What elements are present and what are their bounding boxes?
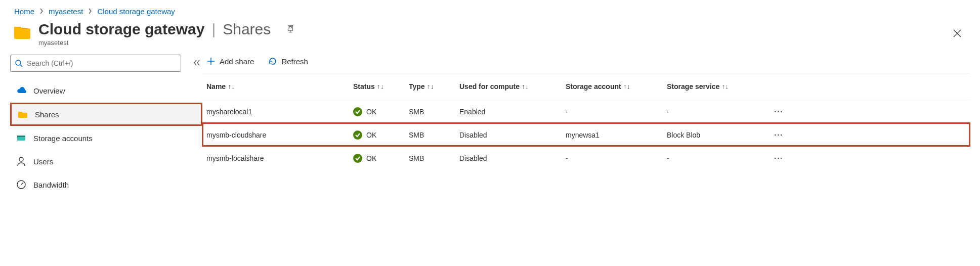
col-type[interactable]: Type↑↓ [409, 82, 459, 91]
search-icon [15, 59, 23, 67]
close-button[interactable] [950, 26, 965, 42]
cell-service: - [667, 154, 763, 162]
user-icon [16, 156, 26, 166]
page-section: Shares [223, 21, 271, 38]
pin-icon[interactable] [286, 24, 295, 35]
cell-name: mysmb-cloudshare [206, 131, 353, 139]
svg-point-8 [19, 157, 23, 161]
col-account[interactable]: Storage account↑↓ [566, 82, 667, 91]
sidebar-item-overview[interactable]: Overview [10, 79, 202, 102]
search-input[interactable] [26, 59, 177, 68]
sidebar-item-label: Storage accounts [33, 134, 93, 143]
cell-name: mysmb-localshare [206, 154, 353, 162]
cell-compute: Disabled [459, 131, 566, 139]
sidebar-item-users[interactable]: Users [10, 150, 202, 173]
sidebar-item-shares[interactable]: Shares [10, 103, 202, 126]
page-header: Cloud storage gateway | Shares myasetest [10, 21, 970, 52]
cell-service: - [667, 108, 763, 116]
breadcrumb: Home myasetest Cloud storage gateway [10, 5, 970, 21]
page-subtitle: myasetest [38, 39, 295, 47]
folder-icon [13, 24, 31, 40]
breadcrumb-gateway[interactable]: Cloud storage gateway [97, 7, 175, 16]
refresh-icon [268, 57, 277, 66]
shares-table: Name↑↓ Status↑↓ Type↑↓ Used for compute↑… [202, 73, 970, 169]
chevron-right-icon [39, 8, 44, 16]
table-row[interactable]: mysmb-cloudshareOKSMBDisabledmynewsa1Blo… [202, 123, 970, 146]
sidebar-item-label: Shares [35, 110, 59, 119]
add-share-button[interactable]: Add share [206, 57, 254, 66]
search-input-wrapper[interactable] [10, 55, 181, 72]
cell-account: - [566, 154, 667, 162]
col-service[interactable]: Storage service↑↓ [667, 82, 763, 91]
sort-icon: ↑↓ [623, 82, 630, 91]
sidebar-nav: OverviewSharesStorage accountsUsersBandw… [10, 79, 202, 196]
collapse-sidebar-button[interactable] [191, 57, 202, 70]
status-ok-icon [353, 107, 362, 116]
col-name[interactable]: Name↑↓ [206, 82, 353, 91]
cell-name: mysharelocal1 [206, 108, 353, 116]
cell-type: SMB [409, 108, 459, 116]
cell-account: - [566, 108, 667, 116]
col-status[interactable]: Status↑↓ [353, 82, 409, 91]
sort-icon: ↑↓ [427, 82, 434, 91]
sort-icon: ↑↓ [721, 82, 729, 91]
folder-icon [18, 109, 28, 119]
sort-icon: ↑↓ [228, 82, 235, 91]
sidebar-item-storage-accounts[interactable]: Storage accounts [10, 126, 202, 150]
svg-rect-7 [17, 136, 25, 137]
cloud-icon [16, 85, 26, 96]
refresh-button[interactable]: Refresh [268, 57, 308, 66]
status-ok-icon [353, 130, 362, 140]
svg-line-5 [20, 65, 22, 67]
row-more-button[interactable]: ··· [763, 131, 783, 139]
svg-rect-1 [289, 26, 292, 28]
breadcrumb-home[interactable]: Home [14, 7, 34, 16]
plus-icon [206, 57, 216, 66]
toolbar: Add share Refresh [202, 55, 970, 73]
table-row[interactable]: mysmb-localshareOKSMBDisabled--··· [202, 146, 970, 169]
cell-service: Block Blob [667, 131, 763, 139]
status-ok-icon [353, 154, 362, 163]
sort-icon: ↑↓ [377, 82, 384, 91]
page-title: Cloud storage gateway [38, 21, 204, 38]
cell-account: mynewsa1 [566, 131, 667, 139]
breadcrumb-resource[interactable]: myasetest [49, 7, 83, 16]
col-compute[interactable]: Used for compute↑↓ [459, 82, 566, 91]
cell-type: SMB [409, 131, 459, 139]
sort-icon: ↑↓ [522, 82, 529, 91]
sidebar-item-label: Users [33, 157, 53, 166]
gauge-icon [16, 180, 26, 190]
cell-status: OK [353, 107, 409, 116]
storage-icon [16, 133, 26, 143]
cell-status: OK [353, 130, 409, 140]
sidebar: OverviewSharesStorage accountsUsersBandw… [10, 52, 202, 196]
cell-status: OK [353, 154, 409, 163]
table-row[interactable]: mysharelocal1OKSMBEnabled--··· [202, 100, 970, 123]
cell-type: SMB [409, 154, 459, 162]
cell-compute: Enabled [459, 108, 566, 116]
sidebar-item-label: Bandwidth [33, 181, 69, 189]
svg-point-4 [16, 60, 21, 65]
row-more-button[interactable]: ··· [763, 108, 783, 116]
cell-compute: Disabled [459, 154, 566, 162]
table-header: Name↑↓ Status↑↓ Type↑↓ Used for compute↑… [202, 73, 970, 100]
row-more-button[interactable]: ··· [763, 154, 783, 162]
chevron-right-icon [88, 8, 92, 16]
sidebar-item-bandwidth[interactable]: Bandwidth [10, 173, 202, 196]
sidebar-item-label: Overview [33, 86, 65, 95]
